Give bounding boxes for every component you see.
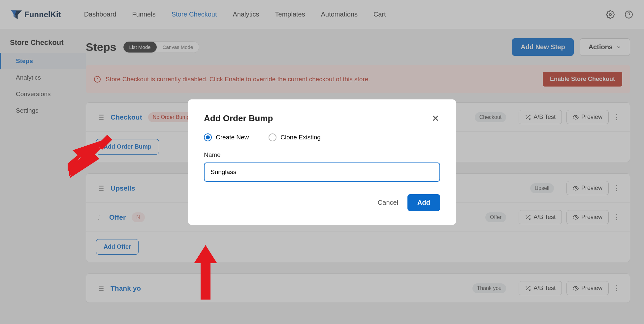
- close-icon[interactable]: [431, 114, 440, 123]
- add-button[interactable]: Add: [407, 194, 440, 211]
- cancel-button[interactable]: Cancel: [378, 199, 398, 206]
- radio-unchecked-icon: [269, 133, 276, 141]
- radio-create-new[interactable]: Create New: [204, 133, 249, 141]
- add-order-bump-modal: Add Order Bump Create New Clone Existing…: [188, 99, 456, 225]
- radio-checked-icon: [204, 133, 212, 141]
- name-input[interactable]: [204, 162, 440, 182]
- name-label: Name: [204, 151, 440, 159]
- modal-title: Add Order Bump: [204, 113, 273, 124]
- radio-clone-existing[interactable]: Clone Existing: [269, 133, 320, 141]
